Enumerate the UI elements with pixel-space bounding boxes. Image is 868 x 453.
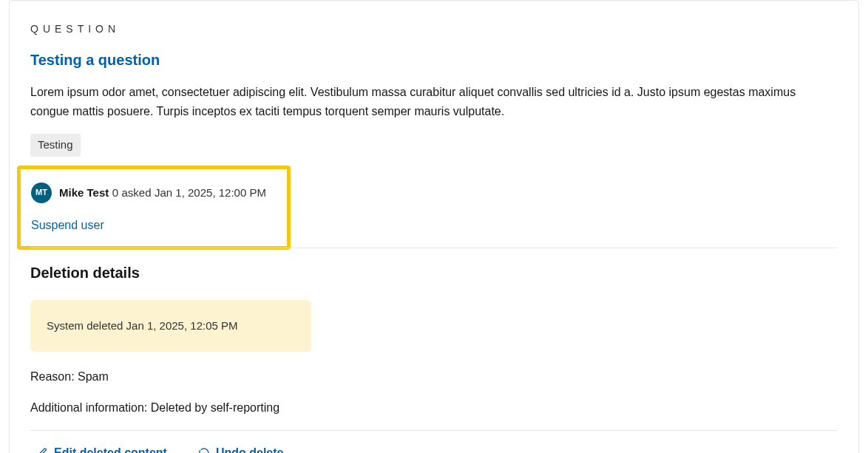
reason-value: Spam xyxy=(78,370,109,383)
undo-delete-button[interactable]: Undo delete xyxy=(192,444,284,453)
edit-label: Edit deleted content xyxy=(54,444,167,453)
divider xyxy=(30,248,838,248)
question-card: QUESTION Testing a question Lorem ipsum … xyxy=(9,0,859,453)
tag-testing[interactable]: Testing xyxy=(30,134,81,157)
avatar[interactable]: MT xyxy=(31,183,52,203)
question-body: Lorem ipsum odor amet, consectetuer adip… xyxy=(30,83,838,120)
question-label: QUESTION xyxy=(30,21,838,37)
deletion-additional-info: Additional information: Deleted by self-… xyxy=(30,399,838,417)
deletion-banner-time: Jan 1, 2025, 12:05 PM xyxy=(126,319,238,332)
deletion-banner: System deleted Jan 1, 2025, 12:05 PM xyxy=(30,300,311,352)
author-row: MT Mike Test 0 asked Jan 1, 2025, 12:00 … xyxy=(31,183,277,203)
actions-bar: Edit deleted content Undo delete xyxy=(30,430,838,453)
author-reputation: 0 xyxy=(112,186,118,199)
author-name[interactable]: Mike Test xyxy=(59,186,109,199)
undo-label: Undo delete xyxy=(216,444,284,453)
additional-label: Additional information: xyxy=(30,401,147,414)
author-action-verb: asked xyxy=(122,186,152,199)
author-highlight-box: MT Mike Test 0 asked Jan 1, 2025, 12:00 … xyxy=(17,166,291,250)
suspend-user-link[interactable]: Suspend user xyxy=(31,219,104,231)
author-meta-line: Mike Test 0 asked Jan 1, 2025, 12:00 PM xyxy=(59,184,266,202)
reason-label: Reason: xyxy=(30,370,75,383)
deletion-reason: Reason: Spam xyxy=(30,368,838,386)
pencil-icon xyxy=(36,447,48,453)
deletion-banner-prefix: System deleted xyxy=(47,319,123,332)
author-timestamp: Jan 1, 2025, 12:00 PM xyxy=(155,186,266,199)
question-title-link[interactable]: Testing a question xyxy=(30,49,160,71)
edit-deleted-content-button[interactable]: Edit deleted content xyxy=(30,444,167,453)
deletion-details-heading: Deletion details xyxy=(30,262,838,284)
undo-icon xyxy=(198,447,210,453)
additional-value: Deleted by self-reporting xyxy=(151,401,279,414)
